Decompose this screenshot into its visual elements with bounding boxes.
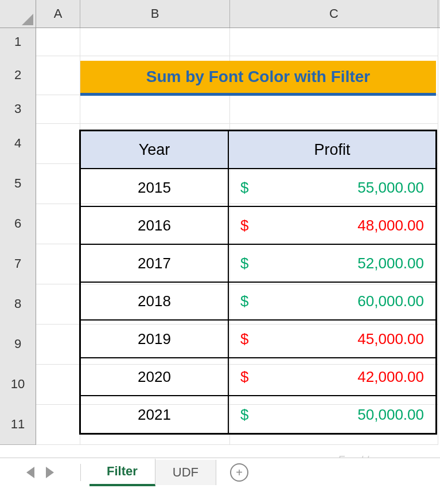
- row-header-11[interactable]: 11: [0, 404, 36, 445]
- cell-A9[interactable]: [36, 324, 80, 365]
- cell-B3[interactable]: [80, 95, 230, 124]
- table-row: 2021 $ 50,000.00: [80, 396, 436, 433]
- year-cell[interactable]: 2019: [80, 320, 228, 358]
- cell-A1[interactable]: [36, 28, 80, 56]
- header-year[interactable]: Year: [80, 131, 228, 169]
- tab-nav-arrows: [0, 467, 80, 478]
- cell-A5[interactable]: [36, 163, 80, 204]
- row-header-9[interactable]: 9: [0, 324, 36, 365]
- cell-A4[interactable]: [36, 123, 80, 164]
- dollar-icon: $: [240, 255, 248, 272]
- data-table: Year Profit 2015 $ 55,000.00 2016 $ 48,0…: [79, 130, 437, 435]
- profit-cell[interactable]: $ 42,000.00: [228, 358, 436, 396]
- profit-amount: 60,000.00: [357, 292, 424, 310]
- table-row: 2016 $ 48,000.00: [80, 206, 436, 244]
- row-header-4[interactable]: 4: [0, 123, 36, 164]
- row-header-7[interactable]: 7: [0, 244, 36, 284]
- cell-A11[interactable]: [36, 404, 80, 445]
- profit-cell[interactable]: $ 48,000.00: [228, 206, 436, 244]
- dollar-icon: $: [240, 368, 248, 386]
- row-header-5[interactable]: 5: [0, 163, 36, 204]
- profit-cell[interactable]: $ 50,000.00: [228, 396, 436, 433]
- nav-right-icon[interactable]: [46, 467, 54, 478]
- title-banner: Sum by Font Color with Filter: [80, 61, 436, 96]
- row-header-2[interactable]: 2: [0, 56, 36, 95]
- dollar-icon: $: [240, 292, 248, 310]
- row-header-8[interactable]: 8: [0, 284, 36, 325]
- plus-icon: +: [230, 463, 248, 482]
- divider: [80, 464, 81, 481]
- year-cell[interactable]: 2017: [80, 244, 228, 282]
- table-row: 2020 $ 42,000.00: [80, 358, 436, 396]
- add-sheet-button[interactable]: +: [228, 461, 251, 484]
- tab-udf[interactable]: UDF: [155, 460, 216, 485]
- cell-B1[interactable]: [80, 28, 230, 56]
- cell-A10[interactable]: [36, 364, 80, 405]
- spreadsheet-container: A B C 1 2 3 4 5 6 7: [0, 0, 440, 504]
- profit-cell[interactable]: $ 55,000.00: [228, 169, 436, 206]
- row-header-1[interactable]: 1: [0, 28, 36, 56]
- table-row: 2019 $ 45,000.00: [80, 320, 436, 358]
- year-cell[interactable]: 2021: [80, 396, 228, 433]
- row-3: 3: [0, 95, 440, 123]
- select-all-corner[interactable]: [0, 0, 36, 28]
- cell-A2[interactable]: [36, 56, 80, 95]
- profit-amount: 52,000.00: [357, 255, 424, 272]
- row-header-6[interactable]: 6: [0, 204, 36, 244]
- year-cell[interactable]: 2015: [80, 169, 228, 206]
- profit-amount: 55,000.00: [357, 179, 424, 197]
- table-row: 2018 $ 60,000.00: [80, 282, 436, 320]
- dollar-icon: $: [240, 406, 248, 424]
- year-cell[interactable]: 2018: [80, 282, 228, 320]
- row-header-3[interactable]: 3: [0, 95, 36, 124]
- column-header-B[interactable]: B: [80, 0, 230, 28]
- profit-amount: 48,000.00: [357, 217, 424, 235]
- tab-filter[interactable]: Filter: [89, 459, 155, 486]
- row-1: 1: [0, 28, 440, 56]
- cell-A3[interactable]: [36, 95, 80, 124]
- year-cell[interactable]: 2016: [80, 206, 228, 244]
- column-headers: A B C: [0, 0, 440, 28]
- profit-cell[interactable]: $ 45,000.00: [228, 320, 436, 358]
- profit-cell[interactable]: $ 52,000.00: [228, 244, 436, 282]
- profit-amount: 42,000.00: [357, 368, 424, 386]
- column-header-A[interactable]: A: [36, 0, 80, 28]
- dollar-icon: $: [240, 330, 248, 348]
- cell-A6[interactable]: [36, 204, 80, 244]
- dollar-icon: $: [240, 179, 248, 197]
- column-header-C[interactable]: C: [230, 0, 438, 28]
- nav-left-icon[interactable]: [26, 467, 34, 478]
- table-header-row: Year Profit: [80, 131, 436, 169]
- cell-A8[interactable]: [36, 284, 80, 325]
- sheet-tabs-bar: Filter UDF +: [0, 458, 440, 487]
- profit-amount: 50,000.00: [357, 406, 424, 424]
- cell-C3[interactable]: [230, 95, 438, 124]
- table-row: 2017 $ 52,000.00: [80, 244, 436, 282]
- profit-cell[interactable]: $ 60,000.00: [228, 282, 436, 320]
- header-profit[interactable]: Profit: [228, 131, 436, 169]
- cell-A7[interactable]: [36, 244, 80, 284]
- profit-amount: 45,000.00: [357, 330, 424, 348]
- row-header-10[interactable]: 10: [0, 364, 36, 405]
- cell-C1[interactable]: [230, 28, 438, 56]
- table-row: 2015 $ 55,000.00: [80, 169, 436, 206]
- dollar-icon: $: [240, 217, 248, 235]
- select-all-triangle-icon: [22, 14, 33, 25]
- year-cell[interactable]: 2020: [80, 358, 228, 396]
